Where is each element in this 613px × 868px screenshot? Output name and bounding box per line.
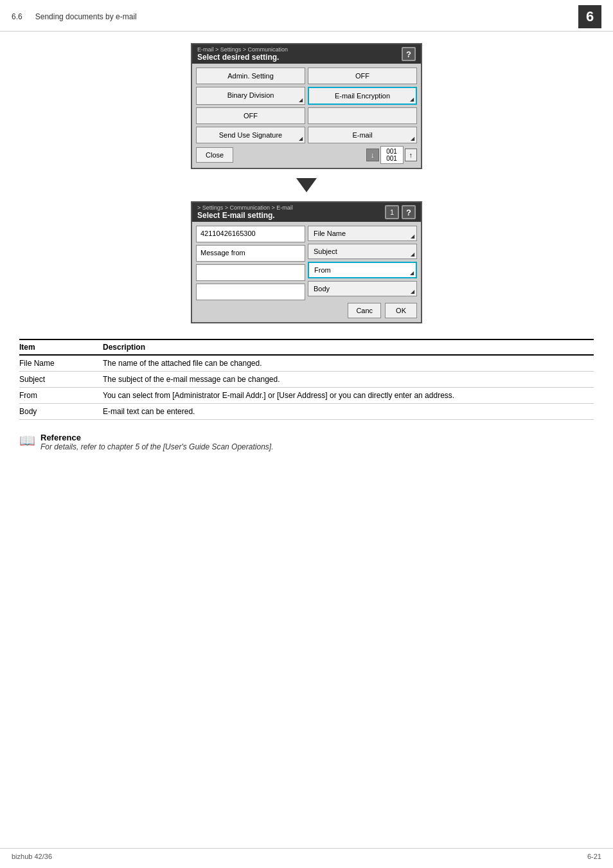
table-row: BodyE-mail text can be entered.	[19, 404, 594, 420]
table-cell-desc: The subject of the e-mail message can be…	[103, 372, 594, 388]
subject-arrow-icon: ◢	[411, 251, 414, 257]
screen2-input1[interactable]: 42110426165300	[196, 226, 305, 242]
screen1-path: E-mail > Settings > Communication	[197, 46, 288, 53]
screen2-left: 42110426165300 Message from	[196, 226, 305, 300]
screen1-header: E-mail > Settings > Communication Select…	[192, 44, 421, 64]
book-icon: 📖	[19, 433, 35, 448]
cancel-button[interactable]: Canc	[348, 303, 381, 318]
screen2-body: 42110426165300 Message from	[192, 222, 421, 322]
body-button[interactable]: Body ◢	[308, 281, 417, 296]
corner-arrow-icon: ◢	[299, 97, 303, 103]
section-title: Sending documents by e-mail	[35, 12, 137, 21]
screen2-header: > Settings > Communication > E-mail Sele…	[192, 203, 421, 222]
screen2-right: File Name ◢ Subject ◢ From ◢ Body	[308, 226, 417, 300]
info-table: Item Description File NameThe name of th…	[19, 339, 594, 420]
table-row: File NameThe name of the attached file c…	[19, 355, 594, 372]
col-item-header: Item	[19, 339, 103, 355]
page-header: 6.6 Sending documents by e-mail 6	[0, 0, 613, 32]
body-arrow-icon: ◢	[411, 289, 414, 294]
email-button[interactable]: E-mail ◢	[308, 127, 417, 143]
filename-button[interactable]: File Name ◢	[308, 226, 417, 241]
col-desc-header: Description	[103, 339, 594, 355]
from-button[interactable]: From ◢	[308, 262, 417, 278]
down-arrow-icon	[296, 178, 317, 192]
content-area: E-mail > Settings > Communication Select…	[0, 32, 613, 463]
counter-display: 001 001	[380, 146, 404, 164]
off2-button[interactable]: OFF	[196, 107, 305, 124]
ok-button[interactable]: OK	[385, 303, 417, 318]
table-cell-desc: You can select from [Administrator E-mai…	[103, 388, 594, 404]
footer-left: bizhub 42/36	[12, 853, 52, 860]
section-number: 6.6	[12, 12, 22, 21]
signature-button[interactable]: Send Use Signature ◢	[196, 127, 305, 143]
reference-section: 📖 Reference For details, refer to chapte…	[19, 433, 594, 451]
screen2-path: > Settings > Communication > E-mail	[197, 204, 293, 211]
arrow-down-container	[296, 169, 317, 201]
table-cell-desc: The name of the attached file can be cha…	[103, 355, 594, 372]
chapter-badge: 6	[578, 5, 601, 28]
page-footer: bizhub 42/36 6-21	[0, 848, 613, 860]
table-cell-item: Subject	[19, 372, 103, 388]
reference-title: Reference	[40, 433, 273, 442]
help-icon[interactable]: ?	[402, 47, 416, 61]
screenshots-area: E-mail > Settings > Communication Select…	[19, 43, 594, 323]
binary-division-button[interactable]: Binary Division ◢	[196, 87, 305, 105]
screen1-title: Select desired setting.	[197, 53, 288, 62]
table-row: SubjectThe subject of the e-mail message…	[19, 372, 594, 388]
counter-box: ↓ 001 001 ↑	[366, 146, 417, 164]
corner-arrow-icon2: ◢	[410, 96, 414, 102]
screen1-bottom: Close ↓ 001 001 ↑	[196, 146, 417, 164]
subject-button[interactable]: Subject ◢	[308, 244, 417, 259]
table-cell-item: Body	[19, 404, 103, 420]
screen2-bottom: Canc OK	[196, 303, 417, 318]
table-cell-desc: E-mail text can be entered.	[103, 404, 594, 420]
corner-arrow-icon4: ◢	[411, 136, 414, 141]
screen1-middle-row: OFF	[196, 107, 417, 124]
screen2-box: > Settings > Communication > E-mail Sele…	[191, 201, 422, 323]
screen1-box: E-mail > Settings > Communication Select…	[191, 43, 422, 169]
counter-down-button[interactable]: ↓	[366, 149, 379, 161]
screen2-input4[interactable]	[196, 284, 305, 300]
reference-icon: 📖	[19, 433, 35, 448]
screen2-input2[interactable]: Message from	[196, 245, 305, 262]
screen2-layout: 42110426165300 Message from	[196, 226, 417, 300]
table-row: FromYou can select from [Administrator E…	[19, 388, 594, 404]
corner-arrow-icon3: ◢	[299, 136, 303, 141]
table-cell-item: From	[19, 388, 103, 404]
table-cell-item: File Name	[19, 355, 103, 372]
screen2-title: Select E-mail setting.	[197, 211, 293, 220]
screen2-input3[interactable]	[196, 264, 305, 281]
empty-button[interactable]	[308, 107, 417, 124]
screen1-body: Admin. Setting OFF Binary Division ◢ E-m…	[192, 64, 421, 168]
num-icon: 1	[385, 205, 399, 219]
screen1-grid: Admin. Setting OFF Binary Division ◢ E-m…	[196, 68, 417, 105]
email-encryption-button[interactable]: E-mail Encryption ◢	[308, 87, 417, 105]
off-top-button[interactable]: OFF	[308, 68, 417, 84]
close-button[interactable]: Close	[196, 147, 233, 163]
reference-body: For details, refer to chapter 5 of the […	[40, 442, 273, 451]
help-icon2[interactable]: ?	[402, 205, 416, 219]
counter-up-button[interactable]: ↑	[405, 149, 418, 161]
admin-setting-button[interactable]: Admin. Setting	[196, 68, 305, 84]
from-arrow-icon: ◢	[410, 270, 414, 276]
screen1-sig-row: Send Use Signature ◢ E-mail ◢	[196, 127, 417, 143]
filename-arrow-icon: ◢	[411, 233, 414, 239]
footer-right: 6-21	[587, 853, 601, 860]
